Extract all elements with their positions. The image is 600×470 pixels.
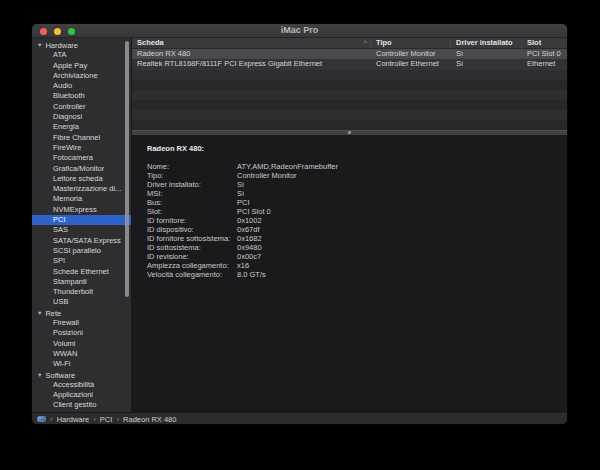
sidebar-item-archiviazione[interactable]: Archiviazione — [32, 71, 131, 81]
empty-row-stripe — [132, 70, 567, 80]
window-title: iMac Pro — [32, 24, 567, 37]
titlebar[interactable]: iMac Pro — [32, 24, 567, 38]
sidebar-item-thunderbolt[interactable]: Thunderbolt — [32, 287, 131, 297]
empty-row-stripe — [132, 110, 567, 120]
splitter-handle[interactable] — [132, 130, 567, 135]
sidebar-section-software[interactable]: ▼Software — [32, 370, 131, 380]
sidebar-section-label: Rete — [45, 309, 61, 318]
sidebar-section-hardware[interactable]: ▼Hardware — [32, 40, 131, 50]
sidebar-item-nvmexpress[interactable]: NVMExpress — [32, 205, 131, 215]
detail-value: 0x1002 — [237, 216, 262, 225]
empty-row-stripe — [132, 90, 567, 100]
detail-field-id-fornitore: ID fornitore:0x1002 — [147, 216, 559, 225]
sidebar-item-wwan[interactable]: WWAN — [32, 349, 131, 359]
sort-ascending-icon: ^ — [364, 38, 367, 48]
column-header-scheda[interactable]: Scheda ^ — [132, 38, 371, 48]
detail-value: Controller Monitor — [237, 171, 297, 180]
sidebar-item-client-gestito[interactable]: Client gestito — [32, 400, 131, 410]
sidebar-item-grafica-monitor[interactable]: Grafica/Monitor — [32, 164, 131, 174]
sidebar-item-diagnosi[interactable]: Diagnosi — [32, 112, 131, 122]
detail-field-msi: MSI:Sì — [147, 189, 559, 198]
sidebar-item-sas[interactable]: SAS — [32, 225, 131, 235]
sidebar-section-rete[interactable]: ▼Rete — [32, 308, 131, 318]
detail-value: Sì — [237, 180, 244, 189]
sidebar-item-ata[interactable]: ATA — [32, 50, 131, 60]
sidebar-item-volumi[interactable]: Volumi — [32, 339, 131, 349]
detail-label: ID fornitore sottosistema: — [147, 234, 237, 243]
empty-row-stripe — [132, 100, 567, 110]
splitter-dot-icon — [348, 131, 351, 134]
column-header-tipo[interactable]: Tipo — [371, 38, 451, 48]
sidebar-item-wi-fi[interactable]: Wi-Fi — [32, 359, 131, 369]
detail-value: 8.0 GT/s — [237, 270, 266, 279]
detail-field-id-dispositivo: ID dispositivo:0x67df — [147, 225, 559, 234]
sidebar-item-posizioni[interactable]: Posizioni — [32, 328, 131, 338]
sidebar-item-sata-sata-express[interactable]: SATA/SATA Express — [32, 236, 131, 246]
details-panel: Radeon RX 480: Nome:ATY,AMD,RadeonFrameb… — [132, 135, 567, 412]
sidebar-item-memoria[interactable]: Memoria — [32, 194, 131, 204]
detail-label: Velocità collegamento: — [147, 270, 237, 279]
detail-value: Sì — [237, 189, 244, 198]
detail-field-id-fornitore-sottosistema: ID fornitore sottosistema:0x1682 — [147, 234, 559, 243]
breadcrumb: ›Hardware›PCI›Radeon RX 480 — [50, 415, 176, 424]
sidebar-item-controller[interactable]: Controller — [32, 102, 131, 112]
disclosure-triangle-icon[interactable]: ▼ — [37, 308, 42, 318]
details-fields: Nome:ATY,AMD,RadeonFramebufferTipo:Contr… — [147, 162, 559, 279]
sidebar-item-elementi-di-avvio[interactable]: Elementi di avvio — [32, 411, 131, 412]
column-header-driver-installato[interactable]: Driver installato — [451, 38, 522, 48]
detail-label: Bus: — [147, 198, 237, 207]
detail-value: 0x1682 — [237, 234, 262, 243]
column-header-label: Scheda — [137, 38, 164, 48]
sidebar-item-apple-pay[interactable]: Apple Pay — [32, 61, 131, 71]
detail-value: 0x9480 — [237, 243, 262, 252]
detail-field-id-sottosistema: ID sottosistema:0x9480 — [147, 243, 559, 252]
sidebar-item-masterizzazione-di[interactable]: Masterizzazione di... — [32, 184, 131, 194]
sidebar-item-usb[interactable]: USB — [32, 297, 131, 307]
disclosure-triangle-icon[interactable]: ▼ — [37, 370, 42, 380]
zoom-button[interactable] — [68, 28, 75, 35]
sidebar-item-bluetooth[interactable]: Bluetooth — [32, 91, 131, 101]
sidebar-item-firewire[interactable]: FireWire — [32, 143, 131, 153]
table-row-realtek-rtl8168f-8111f-pci-express-gigabit-ethernet[interactable]: Realtek RTL8168F/8111F PCI Express Gigab… — [132, 59, 567, 69]
sidebar-item-fibre-channel[interactable]: Fibre Channel — [32, 133, 131, 143]
sidebar-item-spi[interactable]: SPI — [32, 256, 131, 266]
cell: Sì — [451, 59, 522, 69]
table-row-radeon-rx-480[interactable]: Radeon RX 480Controller MonitorSìPCI Slo… — [132, 49, 567, 59]
sidebar-item-firewall[interactable]: Firewall — [32, 318, 131, 328]
sidebar-item-accessibilit[interactable]: Accessibilità — [32, 380, 131, 390]
sidebar-item-stampanti[interactable]: Stampanti — [32, 277, 131, 287]
detail-label: Slot: — [147, 207, 237, 216]
sidebar-scrollbar[interactable] — [125, 41, 129, 297]
cell: Realtek RTL8168F/8111F PCI Express Gigab… — [132, 59, 371, 69]
detail-label: ID fornitore: — [147, 216, 237, 225]
breadcrumb-item-hardware[interactable]: Hardware — [57, 415, 90, 424]
sidebar-item-applicazioni[interactable]: Applicazioni — [32, 390, 131, 400]
minimize-button[interactable] — [54, 28, 61, 35]
close-button[interactable] — [40, 28, 47, 35]
empty-rows-area — [132, 70, 567, 130]
detail-field-ampiezza-collegamento: Ampiezza collegamento:x16 — [147, 261, 559, 270]
detail-label: Driver installato: — [147, 180, 237, 189]
detail-label: Nome: — [147, 162, 237, 171]
sidebar-item-energia[interactable]: Energia — [32, 122, 131, 132]
detail-value: ATY,AMD,RadeonFramebuffer — [237, 162, 338, 171]
disclosure-triangle-icon[interactable]: ▼ — [37, 40, 42, 50]
sidebar-item-scsi-parallelo[interactable]: SCSI parallelo — [32, 246, 131, 256]
sidebar-section-label: Hardware — [45, 41, 78, 50]
sidebar: ▼HardwareATAApple PayArchiviazioneAudioB… — [32, 38, 132, 412]
sidebar-item-pci[interactable]: PCI — [32, 215, 131, 225]
sidebar-item-lettore-scheda[interactable]: Lettore scheda — [32, 174, 131, 184]
breadcrumb-item-radeon-rx-480[interactable]: Radeon RX 480 — [123, 415, 176, 424]
cell: PCI Slot 0 — [522, 49, 567, 59]
cell: Sì — [451, 49, 522, 59]
column-header-slot[interactable]: Slot — [522, 38, 567, 48]
sidebar-item-schede-ethernet[interactable]: Schede Ethernet — [32, 267, 131, 277]
breadcrumb-item-pci[interactable]: PCI — [100, 415, 113, 424]
empty-row-stripe — [132, 120, 567, 130]
sidebar-item-fotocamera[interactable]: Fotocamera — [32, 153, 131, 163]
breadcrumb-separator-icon: › — [50, 415, 53, 424]
detail-value: PCI — [237, 198, 250, 207]
sidebar-item-audio[interactable]: Audio — [32, 81, 131, 91]
detail-field-bus: Bus:PCI — [147, 198, 559, 207]
detail-label: MSI: — [147, 189, 237, 198]
